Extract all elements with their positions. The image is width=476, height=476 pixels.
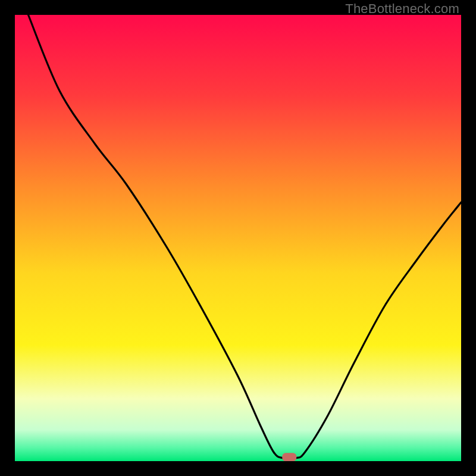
chart-frame (15, 15, 461, 461)
gradient-background (15, 15, 461, 461)
chart-svg (15, 15, 461, 461)
optimal-marker (282, 453, 296, 461)
watermark-text: TheBottleneck.com (345, 1, 459, 17)
